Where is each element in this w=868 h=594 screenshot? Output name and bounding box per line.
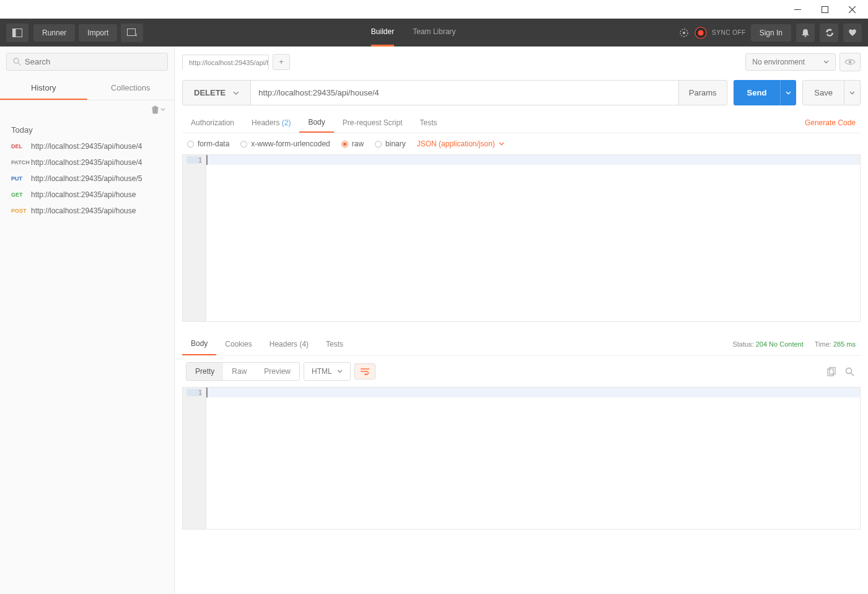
view-mode-segment: Pretty Raw Preview <box>186 362 300 381</box>
search-response-icon[interactable] <box>843 365 857 379</box>
request-tab[interactable]: http://localhost:29435/api/h <box>182 55 269 70</box>
close-button[interactable] <box>838 1 866 18</box>
svg-rect-3 <box>13 29 16 37</box>
line-number: 1 <box>186 156 202 164</box>
auth-tab[interactable]: Authorization <box>182 113 243 132</box>
body-tab[interactable]: Body <box>299 113 333 133</box>
send-button[interactable]: Send <box>734 80 781 105</box>
svg-point-11 <box>849 61 852 64</box>
environment-select[interactable]: No environment <box>745 53 836 71</box>
tests-tab[interactable]: Tests <box>411 113 445 132</box>
environment-preview-icon[interactable] <box>840 53 861 71</box>
top-toolbar: Runner Import + Builder Team Library SYN… <box>0 19 868 47</box>
sync-status: SYNC OFF <box>712 29 746 36</box>
history-url: http://localhost:29435/api/house/4 <box>31 142 142 151</box>
chevron-down-icon <box>499 142 504 146</box>
history-url: http://localhost:29435/api/house <box>31 190 136 199</box>
response-body-editor[interactable]: 1 <box>182 387 861 530</box>
request-body-editor[interactable]: 1 <box>182 154 861 322</box>
time-label: Time: <box>815 340 831 348</box>
wrap-toggle-icon[interactable] <box>354 363 375 379</box>
environment-label: No environment <box>752 58 805 66</box>
raw-radio[interactable]: raw <box>341 140 364 148</box>
chevron-down-icon <box>823 60 829 64</box>
history-item[interactable]: DELhttp://localhost:29435/api/house/4 <box>0 138 174 154</box>
prerequest-tab[interactable]: Pre-request Script <box>334 113 411 132</box>
response-cookies-tab[interactable]: Cookies <box>216 334 260 355</box>
team-library-tab[interactable]: Team Library <box>413 19 455 47</box>
generate-code-link[interactable]: Generate Code <box>805 118 861 127</box>
chevron-down-icon <box>233 91 239 95</box>
formdata-radio[interactable]: form-data <box>187 140 229 148</box>
history-item[interactable]: PUThttp://localhost:29435/api/house/5 <box>0 171 174 187</box>
window-titlebar <box>0 0 868 19</box>
search-box[interactable] <box>6 53 168 71</box>
time-value: 285 ms <box>833 340 856 348</box>
response-headers-tab[interactable]: Headers (4) <box>261 334 317 355</box>
search-input[interactable] <box>25 57 161 66</box>
response-tests-tab[interactable]: Tests <box>317 334 352 355</box>
sync-icon[interactable] <box>695 27 707 39</box>
history-method: PATCH <box>11 159 31 166</box>
svg-line-15 <box>851 373 854 376</box>
sidebar: History Collections Today DELhttp://loca… <box>0 47 175 594</box>
interceptor-icon[interactable] <box>678 27 690 38</box>
status-label: Status: <box>732 340 753 348</box>
urlencoded-radio[interactable]: x-www-form-urlencoded <box>240 140 330 148</box>
svg-text:+: + <box>135 32 137 37</box>
content-type-select[interactable]: JSON (application/json) <box>417 140 504 148</box>
minimize-button[interactable] <box>784 1 811 18</box>
runner-button[interactable]: Runner <box>33 24 75 42</box>
history-item[interactable]: POSThttp://localhost:29435/api/house <box>0 203 174 219</box>
history-method: DEL <box>11 143 31 149</box>
history-item[interactable]: PATCHhttp://localhost:29435/api/house/4 <box>0 154 174 171</box>
svg-rect-12 <box>828 369 833 376</box>
history-section: Today <box>0 119 174 138</box>
svg-rect-0 <box>794 9 801 10</box>
pretty-button[interactable]: Pretty <box>186 363 223 380</box>
headers-tab[interactable]: Headers (2) <box>243 113 299 132</box>
history-method: GET <box>11 192 31 198</box>
history-url: http://localhost:29435/api/house/5 <box>31 174 142 183</box>
svg-point-9 <box>14 58 19 63</box>
maximize-button[interactable] <box>811 1 838 18</box>
search-icon <box>13 58 21 66</box>
line-number: 1 <box>186 389 202 396</box>
send-dropdown[interactable] <box>780 80 796 105</box>
save-button[interactable]: Save <box>802 80 844 105</box>
sidebar-toggle-icon[interactable] <box>6 24 28 42</box>
heart-icon[interactable] <box>843 24 862 42</box>
history-item[interactable]: GEThttp://localhost:29435/api/house <box>0 187 174 203</box>
import-button[interactable]: Import <box>79 24 117 42</box>
new-window-icon[interactable]: + <box>121 24 143 42</box>
binary-radio[interactable]: binary <box>375 140 406 148</box>
copy-response-icon[interactable] <box>825 365 839 379</box>
chevron-down-icon <box>160 108 165 112</box>
history-method: POST <box>11 208 31 214</box>
settings-icon[interactable] <box>820 24 838 42</box>
method-select[interactable]: DELETE <box>183 81 251 105</box>
params-button[interactable]: Params <box>678 81 727 105</box>
response-body-tab[interactable]: Body <box>182 333 216 355</box>
notifications-icon[interactable] <box>796 24 815 42</box>
svg-line-10 <box>18 63 20 65</box>
svg-point-14 <box>846 368 852 373</box>
add-tab-button[interactable]: + <box>273 54 290 70</box>
svg-rect-4 <box>128 29 136 35</box>
signin-button[interactable]: Sign In <box>751 24 791 42</box>
method-label: DELETE <box>194 88 226 97</box>
preview-button[interactable]: Preview <box>255 363 299 380</box>
clear-history-icon[interactable] <box>151 105 165 114</box>
history-url: http://localhost:29435/api/house <box>31 206 136 215</box>
raw-button[interactable]: Raw <box>223 363 255 380</box>
history-tab[interactable]: History <box>0 77 87 100</box>
builder-tab[interactable]: Builder <box>371 19 394 47</box>
collections-tab[interactable]: Collections <box>87 77 175 100</box>
status-value: 204 No Content <box>756 340 804 348</box>
svg-point-8 <box>805 35 807 37</box>
history-method: PUT <box>11 175 31 182</box>
url-input[interactable] <box>251 81 678 105</box>
format-select[interactable]: HTML <box>304 362 351 381</box>
save-dropdown[interactable] <box>844 80 861 105</box>
svg-rect-1 <box>822 6 828 12</box>
